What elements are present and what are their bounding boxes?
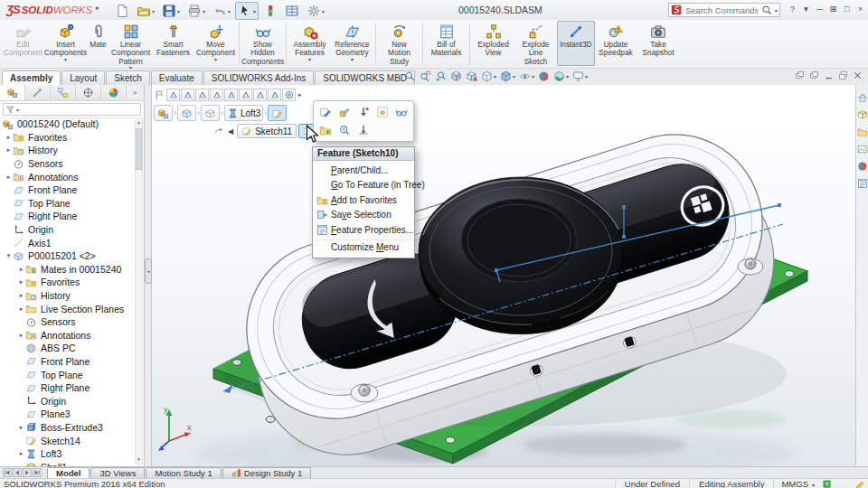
filter-caret-icon[interactable]: ▾ bbox=[16, 107, 19, 113]
expand-arrow[interactable]: ▸ bbox=[5, 134, 13, 141]
new-motion-study-button[interactable]: New Motion Study bbox=[378, 21, 420, 66]
tab-3d-views[interactable]: 3D Views bbox=[90, 467, 145, 478]
appearances-tab[interactable] bbox=[857, 159, 868, 170]
nav-next-button[interactable] bbox=[23, 468, 32, 477]
angle-button-2[interactable] bbox=[181, 89, 194, 101]
filter-input[interactable]: ▾ bbox=[3, 103, 141, 116]
tab-solidworks-mbd[interactable]: SOLIDWORKS MBD bbox=[315, 70, 415, 85]
breadcrumb-assembly[interactable] bbox=[154, 105, 173, 121]
tree-item-live-section-planes[interactable]: ▸Live Section Planes bbox=[0, 302, 134, 315]
doc-close-button[interactable] bbox=[853, 70, 863, 80]
graphics-viewport[interactable]: ▸ ›››Loft3› ◀Sketch11Sketc Feature (Sket… bbox=[152, 85, 855, 466]
dropdown-caret[interactable]: ▾ bbox=[253, 8, 256, 14]
tree-scrollbar[interactable]: ▲ ▼ bbox=[135, 117, 143, 465]
search-input[interactable] bbox=[684, 5, 760, 16]
tree-item-right-plane[interactable]: Right Plane bbox=[0, 381, 134, 395]
section-view-button[interactable] bbox=[450, 70, 462, 82]
menu-item-customize-menu[interactable]: Customize Menu bbox=[313, 239, 414, 256]
expand-arrow[interactable]: ▸ bbox=[5, 174, 13, 181]
window-next-button[interactable] bbox=[809, 70, 819, 80]
model-3d[interactable] bbox=[152, 85, 855, 466]
panel-splitter[interactable]: ◂ bbox=[145, 85, 152, 466]
menu-item-feature-properties[interactable]: Feature Properties... bbox=[313, 222, 414, 238]
qat-undo-button[interactable]: ▾ bbox=[210, 2, 233, 20]
tree-item-axis1[interactable]: Axis1 bbox=[0, 236, 134, 249]
exploded-view-button[interactable]: Exploded View bbox=[472, 21, 514, 66]
qat-print-button[interactable]: ▾ bbox=[184, 2, 208, 20]
search-box[interactable]: ▾ bbox=[668, 3, 780, 17]
tree-item-annotations[interactable]: ▸AAnnotations bbox=[0, 329, 134, 343]
configurationmanager-tab[interactable] bbox=[51, 85, 76, 100]
nav-first-button[interactable] bbox=[3, 468, 12, 477]
target-button-9[interactable] bbox=[282, 89, 296, 101]
mount-screw[interactable] bbox=[738, 258, 763, 275]
edit-appearance-button[interactable] bbox=[538, 70, 550, 82]
angle-button-4[interactable] bbox=[210, 89, 223, 101]
view-palette-tab[interactable] bbox=[857, 142, 868, 153]
take-snapshot-button[interactable]: Take Snapshot bbox=[637, 21, 680, 66]
design-library-tab[interactable] bbox=[857, 108, 868, 118]
propertymanager-tab[interactable] bbox=[25, 85, 51, 100]
quickbar-more-button[interactable]: ▸ bbox=[298, 91, 302, 99]
tab-motion-study-1[interactable]: Motion Study 1 bbox=[146, 467, 221, 478]
angle-button-6[interactable] bbox=[239, 89, 252, 101]
dropdown-caret[interactable]: ▾ bbox=[566, 73, 569, 80]
tree-item-right-plane[interactable]: Right Plane bbox=[0, 210, 134, 223]
qat-gear-button[interactable]: ▾ bbox=[304, 2, 327, 20]
expand-arrow[interactable]: ▸ bbox=[17, 332, 25, 339]
tab-solidworks-add-ins[interactable]: SOLIDWORKS Add-Ins bbox=[203, 70, 314, 85]
doc-restore-button[interactable] bbox=[838, 70, 848, 80]
scroll-up-icon[interactable]: ▲ bbox=[136, 118, 142, 127]
menu-item-add-to-favorites[interactable]: Add to Favorites bbox=[313, 192, 414, 208]
menu-item-parent-child[interactable]: Parent/Child... bbox=[313, 163, 414, 178]
scroll-down-icon[interactable]: ▼ bbox=[136, 455, 142, 464]
doc-minimize-button[interactable] bbox=[824, 70, 834, 80]
search-caret-icon[interactable]: ▾ bbox=[775, 7, 778, 14]
tab-design-study-1[interactable]: Design Study 1 bbox=[222, 467, 311, 478]
app-close-button[interactable]: × bbox=[855, 3, 865, 15]
tree-item-sensors[interactable]: Sensors bbox=[0, 157, 134, 171]
expand-arrow[interactable]: ▾ bbox=[5, 252, 13, 259]
menu-expand-icon[interactable]: ▸ bbox=[96, 4, 99, 12]
view-settings-button[interactable]: ▾ bbox=[572, 70, 588, 82]
dropdown-caret[interactable]: ▾ bbox=[177, 8, 180, 14]
mount-screw[interactable] bbox=[351, 384, 378, 402]
app-minimize-button[interactable]: ─ bbox=[815, 3, 825, 15]
status-feedback-button[interactable] bbox=[855, 479, 865, 488]
units-caret-icon[interactable]: ▴ bbox=[812, 481, 815, 487]
qat-open-folder-button[interactable]: ▾ bbox=[134, 2, 157, 20]
splitter-collapse-handle[interactable]: ◂ bbox=[145, 258, 152, 284]
app-new-window-button[interactable]: ⊞ bbox=[828, 3, 838, 15]
tab-model[interactable]: Model bbox=[47, 467, 90, 478]
dropdown-caret[interactable]: ▾ bbox=[203, 8, 205, 14]
tree-item-favorites[interactable]: ▸Favorites bbox=[0, 131, 134, 145]
mate-button[interactable]: Mate bbox=[87, 21, 109, 66]
apply-scene-button[interactable]: ▾ bbox=[553, 70, 569, 82]
zoom-area-button[interactable] bbox=[420, 70, 431, 82]
dropdown-caret[interactable]: ▾ bbox=[513, 73, 515, 80]
zoom-fit-button[interactable] bbox=[404, 70, 416, 82]
tree-item-p00015201-2[interactable]: ▾P00015201 <2> bbox=[0, 249, 134, 263]
update-speedpak-button[interactable]: Update Speedpak bbox=[595, 21, 637, 66]
display-style-button[interactable]: ▾ bbox=[500, 70, 515, 82]
reference-geometry-button[interactable]: Reference Geometry▾ bbox=[331, 21, 373, 66]
tab-layout[interactable]: Layout bbox=[61, 70, 105, 85]
help-button[interactable]: ? bbox=[788, 3, 797, 15]
tree-item-mates-in-00015240[interactable]: ▸Mates in 00015240 bbox=[0, 263, 134, 277]
show-hidden-components-button[interactable]: Show Hidden Components bbox=[241, 21, 284, 66]
nav-last-button[interactable] bbox=[33, 468, 42, 477]
tab-evaluate[interactable]: Evaluate bbox=[151, 70, 203, 85]
qat-select-arrow-button[interactable]: ▾ bbox=[235, 2, 259, 20]
menu-item-save-selection[interactable]: Save Selection bbox=[313, 208, 414, 223]
qat-grid-button[interactable] bbox=[282, 2, 302, 20]
angle-button-5[interactable] bbox=[224, 89, 238, 101]
angle-button-1[interactable] bbox=[166, 89, 180, 101]
units-selector[interactable]: MMGS ▴ bbox=[773, 479, 822, 488]
breadcrumb-body[interactable] bbox=[201, 105, 220, 121]
tree-item-favorites[interactable]: ▸Favorites bbox=[0, 276, 134, 289]
breadcrumb-component[interactable] bbox=[177, 105, 196, 121]
dimxpertmanager-tab[interactable] bbox=[76, 85, 101, 100]
qat-save-button[interactable]: ▾ bbox=[159, 2, 183, 20]
dropdown-caret[interactable]: ▾ bbox=[585, 73, 588, 80]
assembly-features-button[interactable]: Assembly Features▾ bbox=[288, 21, 331, 66]
